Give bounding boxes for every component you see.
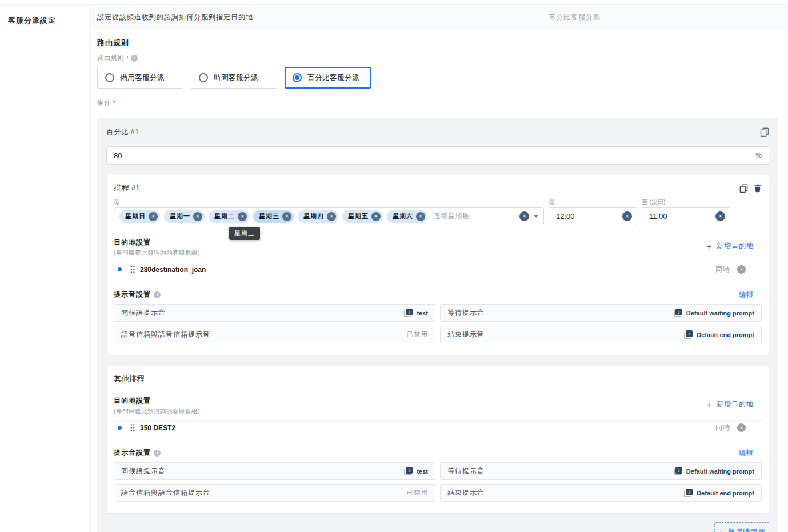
prompt-value: Default waiting prompt (686, 310, 754, 317)
main-content: 設定從該頻道收到的諮詢如何分配到指定目的地 百分比客服分派 路由規則 路由規則 … (91, 5, 788, 532)
from-time-input[interactable]: 12:00 ✕ (549, 207, 637, 225)
percentage-condition-panel: 百分比 #1 80 % 排程 #1 (97, 118, 778, 532)
every-label: 每 (114, 198, 544, 206)
chevron-down-icon[interactable] (534, 215, 538, 218)
weekday-placeholder: 選擇星期幾 (434, 212, 470, 221)
add-time-layer-button[interactable]: + 新增時間層 (714, 522, 769, 532)
remove-chip-icon[interactable]: ✕ (149, 212, 158, 221)
audio-file-icon: ♪ (684, 489, 693, 497)
prompts-section-header: 提示音設置 i 編輯 (114, 448, 762, 458)
radio-unchecked-icon[interactable] (105, 73, 114, 82)
destination-section-header: 目的地設置 (專門回覆此類諮詢的客服群組) + 新增目的地 (114, 396, 762, 415)
percentage-card-title: 百分比 #1 (106, 127, 139, 137)
remove-chip-icon[interactable]: ✕ (416, 212, 425, 221)
sidebar: 客服分派設定 (0, 5, 91, 532)
radio-unchecked-icon[interactable] (199, 73, 208, 82)
audio-file-icon: ♪ (674, 309, 682, 317)
to-label: 至 (次日) (642, 198, 730, 206)
destination-subtitle: (專門回覆此類諮詢的客服群組) (114, 249, 200, 257)
waiting-prompt-field[interactable]: 等待提示音 ♪ Default waiting prompt (440, 462, 762, 480)
prompt-value: 已禁用 (407, 330, 429, 339)
audio-file-icon: ♪ (404, 467, 413, 475)
clear-all-icon[interactable]: ✕ (519, 211, 529, 221)
duplicate-icon[interactable] (739, 184, 748, 193)
drag-handle-icon[interactable] (130, 423, 135, 432)
radio-checked-icon[interactable] (293, 73, 302, 82)
greeting-prompt-field[interactable]: 問候語提示音 ♪ test (114, 304, 435, 322)
top-border (0, 0, 788, 5)
destination-row[interactable]: 280destination_joan 同時 ✕ (114, 262, 762, 277)
delete-icon[interactable] (754, 184, 762, 193)
prompts-title: 提示音設置 (114, 290, 151, 299)
add-destination-button[interactable]: + 新增目的地 (706, 241, 754, 251)
plus-icon: + (706, 399, 712, 409)
prompt-value: Default end prompt (697, 490, 754, 497)
condition-label: 條件 * (97, 99, 788, 107)
remove-chip-icon[interactable]: ✕ (327, 212, 336, 221)
percentage-card-header: 百分比 #1 (106, 127, 769, 137)
from-label: 從 (549, 198, 637, 206)
prompt-value: Default waiting prompt (686, 468, 754, 475)
prompts-title: 提示音設置 (114, 448, 151, 458)
percentage-value-input[interactable]: 80 % (106, 146, 769, 165)
remove-chip-icon[interactable]: ✕ (193, 212, 202, 221)
percent-sign: % (755, 151, 762, 159)
bullet-icon (118, 267, 122, 271)
remove-destination-icon[interactable]: ✕ (737, 423, 746, 432)
destination-section-header: 目的地設置 (專門回覆此類諮詢的客服群組) + 新增目的地 (114, 238, 762, 257)
weekday-multiselect[interactable]: 星期日 ✕ 星期一 ✕ 星期二 ✕ (114, 207, 544, 225)
routing-rules-field-label: 路由規則 * i (97, 54, 788, 62)
weekday-chip[interactable]: 星期四 ✕ (298, 210, 338, 223)
voicemail-prompt-field[interactable]: 語音信箱與語音信箱提示音 已禁用 (114, 326, 435, 343)
weekday-field: 每 星期日 ✕ 星期一 ✕ 星期二 (114, 198, 544, 225)
weekday-chip[interactable]: 星期一 ✕ (164, 210, 205, 223)
weekday-chip[interactable]: 星期六 ✕ (387, 210, 427, 223)
prompt-value: Default end prompt (697, 331, 754, 338)
end-prompt-field[interactable]: 結束提示音 ♪ Default end prompt (440, 484, 762, 502)
weekday-chip[interactable]: 星期日 ✕ (119, 210, 160, 223)
waiting-prompt-field[interactable]: 等待提示音 ♪ Default waiting prompt (440, 304, 762, 322)
schedule-title: 排程 #1 (114, 183, 140, 193)
to-time-input[interactable]: 11:00 ✕ (642, 207, 730, 225)
duplicate-icon[interactable] (760, 127, 769, 137)
radio-backup-dispatch[interactable]: 備用客服分派 (97, 67, 183, 89)
remove-destination-icon[interactable]: ✕ (737, 265, 746, 274)
radio-percentage-dispatch[interactable]: 百分比客服分派 (285, 67, 371, 89)
clear-time-icon[interactable]: ✕ (715, 211, 725, 221)
destination-row[interactable]: 350 DEST2 同時 ✕ (114, 420, 762, 435)
dispatch-mode-label: 百分比客服分派 (549, 13, 601, 22)
weekday-chip[interactable]: 星期五 ✕ (342, 210, 383, 223)
radio-time-dispatch[interactable]: 時間客服分派 (191, 67, 277, 89)
drag-handle-icon[interactable] (130, 265, 135, 274)
audio-file-icon: ♪ (674, 467, 682, 475)
add-destination-button[interactable]: + 新增目的地 (706, 399, 754, 409)
info-icon[interactable]: i (154, 450, 161, 457)
plus-icon: + (706, 241, 712, 251)
remove-chip-icon[interactable]: ✕ (282, 212, 291, 221)
destination-mode-label: 同時 (715, 265, 730, 274)
panel-footer: + 新增時間層 (106, 522, 769, 532)
weekday-chip-hovered[interactable]: 星期三 ✕ (253, 210, 294, 223)
section-description: 設定從該頻道收到的諮詢如何分配到指定目的地 (97, 13, 253, 22)
greeting-prompt-field[interactable]: 問候語提示音 ♪ test (114, 462, 435, 480)
schedule-time-fields: 每 星期日 ✕ 星期一 ✕ 星期二 (114, 198, 762, 225)
voicemail-prompt-field[interactable]: 語音信箱與語音信箱提示音 已禁用 (114, 484, 435, 502)
schedule-card: 排程 #1 (106, 175, 769, 355)
info-icon[interactable]: i (154, 291, 161, 298)
schedule-card-header: 排程 #1 (114, 182, 762, 194)
remove-chip-icon[interactable]: ✕ (371, 212, 381, 221)
prompts-section-header: 提示音設置 i 編輯 (114, 290, 762, 299)
prompt-value: test (417, 468, 428, 475)
edit-prompts-button[interactable]: 編輯 (739, 290, 754, 299)
info-icon[interactable]: i (131, 55, 138, 62)
clear-time-icon[interactable]: ✕ (622, 211, 632, 221)
audio-file-icon: ♪ (404, 309, 413, 317)
required-asterisk: * (113, 99, 116, 106)
remove-chip-icon[interactable]: ✕ (238, 212, 247, 221)
edit-prompts-button[interactable]: 編輯 (739, 448, 754, 458)
destination-name: 350 DEST2 (140, 424, 175, 432)
weekday-chip[interactable]: 星期二 ✕ (209, 210, 249, 223)
end-prompt-field[interactable]: 結束提示音 ♪ Default end prompt (440, 326, 762, 343)
page-title: 客服分派設定 (8, 15, 82, 26)
routing-options: 備用客服分派 時間客服分派 百分比客服分派 (97, 67, 788, 89)
